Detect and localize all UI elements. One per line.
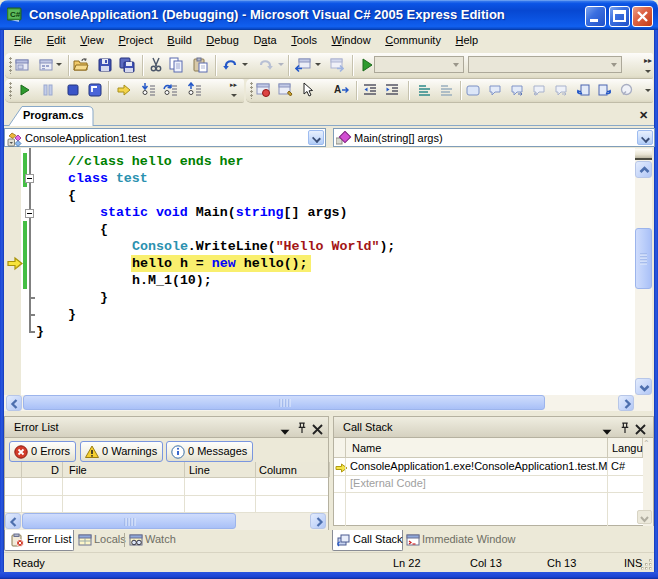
svg-text:A: A (334, 84, 341, 95)
svg-text:C#: C# (10, 10, 21, 19)
